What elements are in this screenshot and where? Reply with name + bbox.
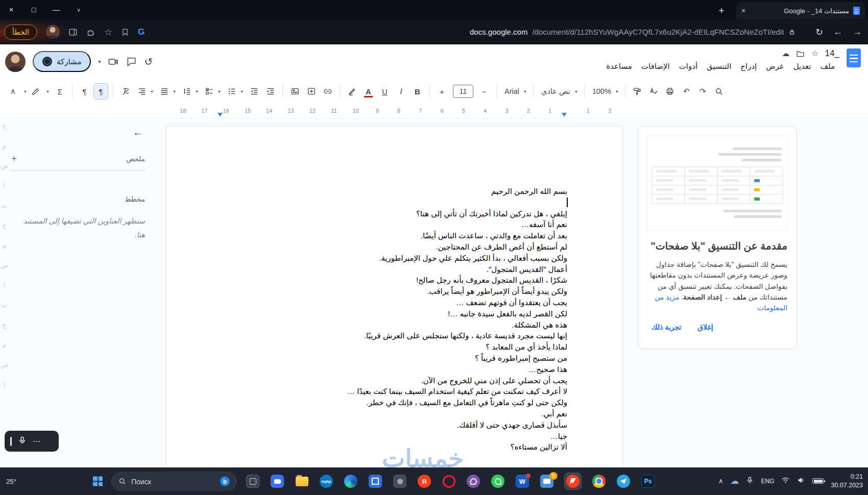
extensions-puzzle-icon[interactable] — [86, 28, 95, 37]
voice-widget-handle[interactable] — [10, 437, 12, 446]
start-button[interactable] — [93, 477, 103, 486]
opera-browser-icon[interactable] — [442, 475, 455, 488]
active-app-highlight[interactable] — [565, 473, 581, 489]
close-window-button[interactable]: × — [0, 6, 22, 14]
share-menu-caret-icon[interactable]: ▾ — [98, 59, 101, 64]
tab-close-icon[interactable]: × — [741, 7, 745, 15]
text-align-button[interactable]: ▾ — [135, 84, 155, 99]
comments-icon[interactable] — [126, 56, 137, 67]
decrease-font-size-button[interactable]: − — [477, 84, 491, 99]
chrome-icon[interactable] — [592, 475, 606, 488]
close-outline-arrow-icon[interactable]: ← — [133, 127, 143, 138]
decrease-indent-button[interactable] — [247, 84, 261, 99]
document-line[interactable]: أعمال "القديس المتجول". — [222, 264, 567, 275]
menu-item[interactable]: عرض — [761, 60, 788, 72]
yandex-app-icon[interactable]: Я — [418, 475, 431, 488]
back-icon[interactable]: ← — [833, 27, 842, 37]
word-icon[interactable]: W — [516, 475, 529, 488]
print-button[interactable] — [663, 84, 677, 99]
document-line[interactable] — [222, 197, 567, 208]
document-line[interactable]: بسم الله الرحمن الرحيم — [222, 186, 567, 197]
whatsapp-icon[interactable] — [491, 475, 504, 488]
undo-button[interactable]: ↶ — [680, 84, 693, 99]
document-line[interactable]: من ستصبح إمبراطوره قريباً ؟ — [222, 353, 567, 364]
minimize-window-button[interactable]: — — [45, 6, 67, 14]
document-line[interactable]: يجب أن تحصلي على إذن مني للخروج من الآن. — [222, 375, 567, 386]
document-line[interactable]: شكرًا ، القديس المتجول معروف بأنه رجل صا… — [222, 275, 567, 286]
dismiss-link[interactable]: إغلاق — [697, 323, 713, 331]
menu-item[interactable]: أدوات — [674, 60, 702, 72]
collections-icon[interactable] — [121, 28, 129, 36]
justify-button[interactable]: ▾ — [157, 84, 177, 99]
add-summary-button[interactable]: + — [11, 153, 17, 164]
increase-indent-button[interactable] — [263, 84, 277, 99]
document-status-cloud-icon[interactable]: ☁ — [782, 49, 789, 58]
maximize-window-button[interactable]: □ — [22, 6, 45, 14]
edge-browser-icon[interactable] — [344, 475, 357, 488]
document-line[interactable]: لم أستطع أن أغض الطرف عن المحتاجين. — [222, 241, 567, 253]
document-title[interactable]: _14 — [825, 48, 839, 59]
menu-item[interactable]: إدراج — [736, 60, 761, 72]
reload-icon[interactable]: ↻ — [815, 27, 823, 38]
share-button[interactable]: مشاركة — [33, 51, 91, 72]
highlight-color-button[interactable] — [345, 84, 359, 99]
forward-icon[interactable]: → — [853, 27, 862, 37]
insert-comment-button[interactable] — [304, 84, 318, 99]
viber-icon[interactable] — [467, 475, 480, 488]
document-line[interactable]: ولكن يبدو أيضاً أن الإمبراطور هو أيضاً ي… — [222, 286, 567, 297]
meet-camera-icon[interactable] — [108, 56, 119, 67]
taskbar-clock[interactable]: 0:21 30.07.2023 — [831, 473, 863, 490]
language-indicator[interactable]: ENG — [761, 478, 774, 485]
document-line[interactable]: ولكن حتى لو كنتِ ماهرتاً في التعامل مع ا… — [222, 397, 567, 408]
star-document-icon[interactable]: ☆ — [811, 49, 818, 58]
sidebar-toggle-icon[interactable] — [68, 28, 78, 37]
photoshop-icon[interactable]: Ps — [641, 475, 655, 488]
tab-menu-chevron-icon[interactable]: ∨ — [67, 7, 90, 13]
menu-item[interactable]: تعديل — [789, 60, 816, 72]
document-line[interactable]: نعم أبي. — [222, 408, 567, 419]
paragraph-rtl-button[interactable]: ¶ — [94, 84, 108, 99]
document-line[interactable]: لماذا يأخذ أي من المعابد ؟ — [222, 341, 567, 353]
volume-icon[interactable] — [797, 476, 805, 486]
document-line[interactable]: ولكن بسبب أفعالي ، بدأ الكثير يتكلم علي … — [222, 253, 567, 264]
yandex-browser-icon[interactable] — [566, 475, 580, 488]
camera-app-icon[interactable] — [393, 475, 406, 488]
text-color-button[interactable]: A — [361, 84, 375, 99]
bulleted-list-button[interactable]: ▾ — [225, 84, 245, 99]
menu-item[interactable]: مساعدة — [601, 60, 637, 72]
underline-button[interactable]: U — [378, 84, 392, 99]
mail-app-icon[interactable]: 9 — [540, 475, 553, 488]
tray-microphone-icon[interactable] — [746, 477, 754, 486]
document-line[interactable]: بعد أن تعاملت مع والدتي ، ساعدت الناس أي… — [222, 230, 567, 241]
bookmark-star-icon[interactable]: ☆ — [104, 27, 112, 38]
lock-icon[interactable] — [788, 29, 795, 36]
account-avatar[interactable] — [5, 52, 26, 72]
browser-tab[interactable]: × مستندات Google - _14 — [736, 2, 865, 19]
move-to-folder-icon[interactable] — [796, 50, 805, 58]
document-line[interactable]: إيلفي ، هل تدركين لماذا أخبرتك أن تأتي إ… — [222, 208, 567, 219]
font-size-input[interactable]: 11 — [453, 85, 473, 98]
left-indent-marker[interactable] — [218, 113, 223, 117]
input-tools-caret-icon[interactable]: ▾ — [45, 89, 51, 94]
spell-check-button[interactable] — [647, 84, 661, 99]
file-explorer-icon[interactable] — [295, 475, 308, 488]
docs-logo-icon[interactable] — [847, 48, 861, 67]
telegram-icon[interactable] — [617, 475, 630, 488]
search-menus-button[interactable] — [712, 84, 726, 99]
paragraph-ltr-button[interactable]: ¶ — [78, 84, 91, 99]
try-it-link[interactable]: تجربة ذلك — [652, 323, 681, 331]
editing-mode-button[interactable]: ▾ — [22, 84, 42, 99]
task-view-icon[interactable] — [246, 475, 259, 488]
line-spacing-button[interactable]: ▾ — [180, 84, 200, 99]
redo-button[interactable]: ↷ — [696, 84, 710, 99]
tray-chevron-up-icon[interactable]: ∧ — [718, 478, 724, 485]
document-line[interactable]: يجب أن يعتقدوا أن قوتهم تضعف … — [222, 297, 567, 308]
document-line[interactable]: سأبذل قصارى جهدي حتى لا أقلقك. — [222, 419, 567, 431]
url-field[interactable]: docs.google.com/document/d/112hSYuWgAAyC… — [470, 19, 795, 44]
equation-sigma-button[interactable]: Σ — [53, 84, 67, 99]
document-line[interactable]: لكن القصر لديه بالفعل سيدة جانبه …! — [222, 308, 567, 319]
menu-item[interactable]: التنسيق — [702, 60, 736, 72]
taskbar-search[interactable]: Поиск b — [111, 472, 237, 491]
document-line[interactable]: ألا تزالين مستاءه؟ — [222, 441, 567, 453]
wifi-icon[interactable] — [781, 477, 790, 486]
